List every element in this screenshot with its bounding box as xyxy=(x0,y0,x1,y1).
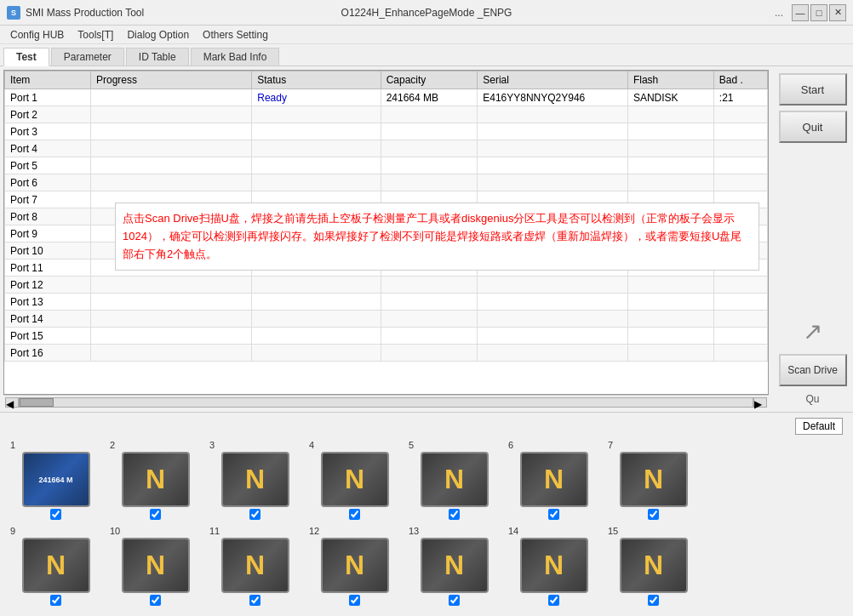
col-item: Item xyxy=(5,71,91,89)
scroll-right-btn[interactable]: ▶ xyxy=(753,397,767,408)
drive-checkbox[interactable] xyxy=(548,509,559,520)
drive-item: 11N xyxy=(206,526,304,608)
drive-letter: N xyxy=(544,464,564,495)
tab-parameter[interactable]: Parameter xyxy=(51,48,124,66)
drive-checkbox[interactable] xyxy=(50,595,61,606)
horizontal-scroll-area[interactable]: ◀ ▶ xyxy=(3,395,769,408)
cell-serial xyxy=(478,174,628,191)
cell-progress xyxy=(90,294,251,311)
drive-number: 3 xyxy=(209,440,215,450)
window-controls: ... — □ ✕ xyxy=(775,4,846,21)
title-bar: S SMI Mass Production Tool O1224H_Enhanc… xyxy=(0,0,853,26)
drive-checkbox[interactable] xyxy=(548,595,559,606)
drive-letter: N xyxy=(444,550,464,581)
table-row: Port 12 xyxy=(5,277,768,294)
drive-checkbox[interactable] xyxy=(249,509,260,520)
tab-mark-bad-info[interactable]: Mark Bad Info xyxy=(191,48,280,66)
cell-progress xyxy=(90,328,251,345)
drive-number: 9 xyxy=(10,526,15,536)
tab-test[interactable]: Test xyxy=(3,48,49,66)
cell-progress xyxy=(90,140,251,157)
cell-capacity xyxy=(381,328,478,345)
ellipsis-label: ... xyxy=(775,7,783,19)
drive-icon[interactable]: N xyxy=(520,538,588,593)
scroll-left-btn[interactable]: ◀ xyxy=(5,397,19,408)
cell-capacity xyxy=(381,277,478,294)
scan-drive-button[interactable]: Scan Drive xyxy=(779,354,847,386)
drive-checkbox[interactable] xyxy=(150,509,161,520)
drive-item: 1241664 M xyxy=(7,440,105,522)
menu-others-setting[interactable]: Others Setting xyxy=(196,27,275,43)
drive-letter: N xyxy=(644,550,663,581)
drive-checkbox[interactable] xyxy=(648,509,659,520)
cell-progress xyxy=(90,277,251,294)
drive-item: 12N xyxy=(306,526,404,608)
drive-checkbox[interactable] xyxy=(449,595,460,606)
drive-checkbox[interactable] xyxy=(50,509,61,520)
cell-capacity xyxy=(381,311,478,328)
drive-number: 2 xyxy=(110,440,115,450)
drive-icon[interactable]: 241664 M xyxy=(22,452,90,507)
tab-id-table[interactable]: ID Table xyxy=(126,48,189,66)
drive-checkbox[interactable] xyxy=(349,509,360,520)
menu-tools[interactable]: Tools[T] xyxy=(71,27,120,43)
cell-flash xyxy=(627,328,713,345)
drive-icon[interactable]: N xyxy=(321,452,389,507)
cell-status xyxy=(252,123,381,140)
drive-icon[interactable]: N xyxy=(122,538,190,593)
menu-dialog-option[interactable]: Dialog Option xyxy=(120,27,196,43)
cell-status xyxy=(252,311,381,328)
drive-row-2: 9N10N11N12N13N14N15N xyxy=(3,526,850,608)
cell-bad xyxy=(713,174,767,191)
quit-button[interactable]: Quit xyxy=(779,111,847,143)
cell-flash xyxy=(627,123,713,140)
cell-capacity xyxy=(381,294,478,311)
restore-button[interactable]: □ xyxy=(810,4,827,21)
cell-progress xyxy=(90,157,251,174)
drive-checkbox[interactable] xyxy=(150,595,161,606)
drive-capacity-label: 241664 M xyxy=(37,474,74,486)
cell-bad xyxy=(713,140,767,157)
cell-bad xyxy=(713,106,767,123)
drive-icon[interactable]: N xyxy=(421,452,489,507)
cell-bad xyxy=(713,345,767,362)
drive-checkbox[interactable] xyxy=(648,595,659,606)
drive-icon[interactable]: N xyxy=(620,538,688,593)
cell-bad xyxy=(713,294,767,311)
drive-icon[interactable]: N xyxy=(321,538,389,593)
cell-serial xyxy=(478,328,628,345)
drive-icon[interactable]: N xyxy=(221,538,289,593)
cell-item: Port 8 xyxy=(5,208,91,225)
drive-icon[interactable]: N xyxy=(620,452,688,507)
drive-icon[interactable]: N xyxy=(520,452,588,507)
close-button[interactable]: ✕ xyxy=(829,4,846,21)
drive-letter: N xyxy=(345,464,364,495)
drive-number: 5 xyxy=(409,440,414,450)
col-capacity: Capacity xyxy=(381,71,478,89)
drive-number: 10 xyxy=(110,526,120,536)
drive-icon[interactable]: N xyxy=(122,452,190,507)
menu-config-hub[interactable]: Config HUB xyxy=(3,27,71,43)
cell-item: Port 1 xyxy=(5,89,91,106)
cell-flash xyxy=(627,106,713,123)
drive-icon[interactable]: N xyxy=(421,538,489,593)
table-row: Port 13 xyxy=(5,294,768,311)
drive-checkbox[interactable] xyxy=(449,509,460,520)
drive-item: 4N xyxy=(306,440,404,522)
drive-letter: N xyxy=(345,550,364,581)
cell-item: Port 6 xyxy=(5,174,91,191)
cell-serial xyxy=(478,157,628,174)
cell-status xyxy=(252,140,381,157)
minimize-button[interactable]: — xyxy=(792,4,809,21)
drive-icon[interactable]: N xyxy=(22,538,90,593)
drive-number: 1 xyxy=(10,440,15,450)
drive-checkbox[interactable] xyxy=(249,595,260,606)
drive-item: 9N xyxy=(7,526,105,608)
start-button[interactable]: Start xyxy=(779,73,847,106)
popup-message: 点击Scan Drive扫描U盘，焊接之前请先插上空板子检测量产工具或者disk… xyxy=(115,202,759,271)
drive-checkbox[interactable] xyxy=(349,595,360,606)
horizontal-scrollbar[interactable] xyxy=(19,397,753,408)
table-row: Port 6 xyxy=(5,174,768,191)
drive-icon[interactable]: N xyxy=(221,452,289,507)
right-sidebar: Start Quit ↗ Scan Drive Qu xyxy=(772,66,853,412)
